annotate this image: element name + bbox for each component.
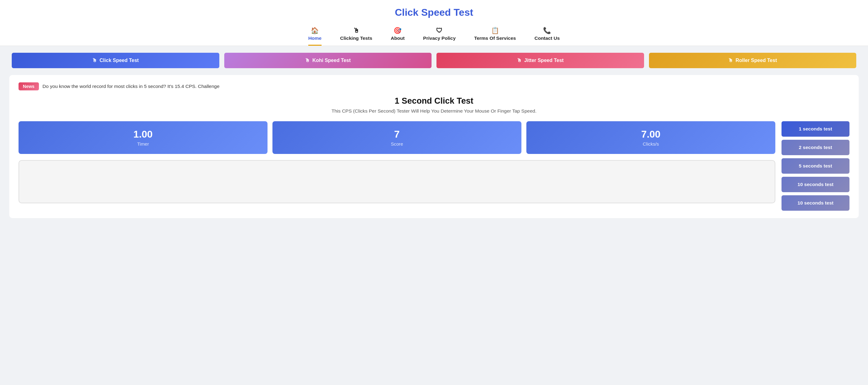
left-section: 1.00 Timer 7 Score 7.00 Clicks/s [19, 121, 775, 203]
side-btn-5sec[interactable]: 5 seconds test [781, 158, 849, 174]
nav-item-about[interactable]: 🎯 About [391, 27, 405, 46]
main-nav: 🏠 Home 🖱 Clicking Tests 🎯 About 🛡 Privac… [0, 24, 868, 46]
shield-icon: 🛡 [436, 27, 443, 34]
click-area[interactable] [19, 160, 775, 203]
clickps-label: Clicks/s [643, 141, 659, 146]
site-header: Click Speed Test 🏠 Home 🖱 Clicking Tests… [0, 0, 868, 46]
side-btn-2sec[interactable]: 2 seconds test [781, 140, 849, 155]
nav-label-terms-of-services: Terms Of Services [474, 35, 516, 41]
side-btn-10sec[interactable]: 10 seconds test [781, 177, 849, 192]
timer-label: Timer [137, 141, 149, 146]
nav-item-clicking-tests[interactable]: 🖱 Clicking Tests [340, 27, 372, 46]
side-btn-10sec-2[interactable]: 10 seconds test [781, 195, 849, 211]
side-btn-10sec-label: 10 seconds test [798, 182, 833, 187]
stat-card-score: 7 Score [273, 121, 521, 154]
home-icon: 🏠 [311, 27, 319, 34]
side-btn-2sec-label: 2 seconds test [799, 145, 832, 150]
kohi-speed-label: Kohi Speed Test [312, 58, 350, 63]
side-btn-1sec[interactable]: 1 seconds test [781, 121, 849, 137]
score-label: Score [391, 141, 403, 146]
jitter-speed-test-button[interactable]: 🖱 Jitter Speed Test [436, 53, 644, 68]
section-title: 1 Second Click Test [19, 96, 849, 106]
nav-label-about: About [391, 35, 405, 41]
score-value: 7 [394, 129, 400, 140]
site-title: Click Speed Test [0, 7, 868, 18]
side-btn-5sec-label: 5 seconds test [799, 163, 832, 168]
click-speed-mouse-icon: 🖱 [92, 58, 97, 63]
kohi-speed-test-button[interactable]: 🖱 Kohi Speed Test [224, 53, 432, 68]
side-btn-10sec-2-label: 10 seconds test [798, 200, 833, 205]
roller-speed-test-button[interactable]: 🖱 Roller Speed Test [649, 53, 857, 68]
kohi-speed-mouse-icon: 🖱 [305, 58, 310, 63]
click-speed-label: Click Speed Test [99, 58, 139, 63]
main-layout: 1.00 Timer 7 Score 7.00 Clicks/s [19, 121, 849, 211]
roller-speed-label: Roller Speed Test [736, 58, 777, 63]
news-bar: News Do you know the world record for mo… [19, 82, 849, 91]
mouse-icon: 🖱 [353, 27, 360, 34]
news-badge: News [19, 82, 39, 91]
side-btn-1sec-label: 1 seconds test [799, 126, 832, 131]
phone-icon: 📞 [543, 27, 551, 34]
main-content: News Do you know the world record for mo… [0, 75, 868, 228]
news-text: Do you know the world record for most cl… [43, 83, 220, 89]
nav-label-home: Home [308, 35, 321, 41]
nav-item-home[interactable]: 🏠 Home [308, 27, 321, 46]
nav-label-clicking-tests: Clicking Tests [340, 35, 372, 41]
document-icon: 📋 [491, 27, 499, 34]
test-buttons-row: 🖱 Click Speed Test 🖱 Kohi Speed Test 🖱 J… [0, 46, 868, 75]
roller-speed-mouse-icon: 🖱 [728, 58, 733, 63]
nav-item-privacy-policy[interactable]: 🛡 Privacy Policy [423, 27, 456, 46]
stat-card-clickps: 7.00 Clicks/s [526, 121, 775, 154]
nav-item-terms-of-services[interactable]: 📋 Terms Of Services [474, 27, 516, 46]
jitter-speed-mouse-icon: 🖱 [517, 58, 522, 63]
stat-card-timer: 1.00 Timer [19, 121, 268, 154]
nav-label-privacy-policy: Privacy Policy [423, 35, 456, 41]
nav-item-contact-us[interactable]: 📞 Contact Us [534, 27, 560, 46]
jitter-speed-label: Jitter Speed Test [524, 58, 564, 63]
target-icon: 🎯 [394, 27, 402, 34]
content-card: News Do you know the world record for mo… [9, 75, 859, 218]
section-subtitle: This CPS (Clicks Per Second) Tester Will… [19, 108, 849, 114]
click-speed-test-button[interactable]: 🖱 Click Speed Test [12, 53, 219, 68]
stats-row: 1.00 Timer 7 Score 7.00 Clicks/s [19, 121, 775, 154]
nav-label-contact-us: Contact Us [534, 35, 560, 41]
side-buttons: 1 seconds test 2 seconds test 5 seconds … [781, 121, 849, 211]
clickps-value: 7.00 [641, 129, 660, 140]
timer-value: 1.00 [133, 129, 153, 140]
